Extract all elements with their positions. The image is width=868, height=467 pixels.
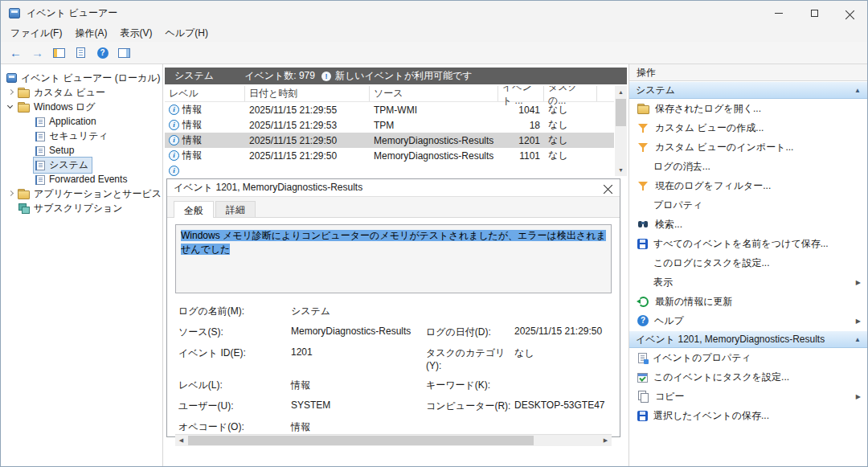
submenu-arrow-icon: ▶ <box>856 279 861 286</box>
chevron-right-icon[interactable] <box>6 189 15 199</box>
action-label: ログの消去... <box>653 160 710 174</box>
log-summary-bar: システム イベント数: 979 ! 新しいイベントが利用可能です <box>165 68 627 84</box>
tree-item-apps-services-logs[interactable]: アプリケーションとサービス ログ <box>1 186 162 201</box>
column-header-level[interactable]: レベル <box>165 86 245 101</box>
tree-item-setup[interactable]: Setup <box>1 143 162 158</box>
field-value: MemoryDiagnostics-Results <box>291 326 426 339</box>
field-label: コンピューター(R): <box>426 399 514 413</box>
preview-title: イベント 1201, MemoryDiagnostics-Results <box>174 181 362 195</box>
actions-section-event[interactable]: イベント 1201, MemoryDiagnostics-Results ▲ <box>629 330 867 348</box>
save-icon <box>637 239 648 249</box>
actions-title: 操作 <box>629 64 867 81</box>
tree-item-label: Windows ログ <box>34 100 96 114</box>
tree-item-subscriptions[interactable]: サブスクリプション <box>1 201 162 215</box>
cell-event-id: 18 <box>498 120 544 131</box>
column-header-datetime[interactable]: 日付と時刻 <box>245 86 370 101</box>
action-attach-task-to-event[interactable]: このイベントにタスクを設定... <box>629 367 867 387</box>
blank-icon <box>637 161 648 172</box>
event-description-box[interactable]: Windows メモリ診断によりコンピューターのメモリがテストされましたが、エラ… <box>175 224 612 293</box>
refresh-icon <box>637 296 649 307</box>
info-level-icon <box>169 135 179 145</box>
action-clear-log[interactable]: ログの消去... <box>629 157 867 176</box>
help-button[interactable] <box>92 43 113 63</box>
table-row-partial[interactable] <box>165 163 614 176</box>
filter-create-icon <box>637 122 649 133</box>
tree-item-windows-logs[interactable]: Windows ログ <box>1 100 162 114</box>
scroll-down-icon[interactable]: ▼ <box>615 164 627 176</box>
actions-section-system[interactable]: システム ▲ <box>629 81 867 99</box>
minimize-button[interactable] <box>761 1 796 25</box>
chevron-down-icon[interactable] <box>6 102 15 112</box>
field-label: イベント ID(E): <box>178 346 291 371</box>
action-properties[interactable]: プロパティ <box>629 195 867 215</box>
tab-general[interactable]: 全般 <box>174 201 214 218</box>
help-icon <box>97 47 108 59</box>
tree-item-forwarded-events[interactable]: Forwarded Events <box>1 172 162 186</box>
field-value: 情報 <box>291 420 426 434</box>
action-filter-current-log[interactable]: 現在のログをフィルター... <box>629 176 867 195</box>
action-event-properties[interactable]: イベントのプロパティ <box>629 348 867 367</box>
action-save-selected-events[interactable]: 選択したイベントの保存... <box>629 406 867 425</box>
column-header-event-id[interactable]: イベント ... <box>498 86 544 101</box>
back-button[interactable]: ← <box>6 43 26 63</box>
titlebar[interactable]: イベント ビューアー <box>1 1 867 25</box>
cell-source: TPM-WMI <box>370 104 498 116</box>
info-level-icon <box>169 104 179 115</box>
blank-icon <box>637 257 648 268</box>
action-copy[interactable]: コピー ▶ <box>629 387 867 406</box>
cell-level: 情報 <box>182 133 202 147</box>
action-help[interactable]: ヘルプ ▶ <box>629 311 867 330</box>
table-row[interactable]: 情報 2025/11/15 21:29:53 TPM 18 なし <box>165 117 614 133</box>
tree-item-security[interactable]: セキュリティ <box>1 129 162 143</box>
scroll-right-icon[interactable]: ▶ <box>600 435 612 446</box>
action-attach-task-to-log[interactable]: このログにタスクを設定... <box>629 253 867 272</box>
table-row[interactable]: 情報 2025/11/15 21:29:55 TPM-WMI 1041 なし <box>165 102 614 117</box>
close-button[interactable] <box>832 1 867 25</box>
folder-icon <box>18 101 30 113</box>
tab-details[interactable]: 詳細 <box>215 201 256 217</box>
menu-help[interactable]: ヘルプ(H) <box>158 25 215 42</box>
event-table-header: レベル 日付と時刻 ソース イベント ... タスクの... <box>165 86 614 102</box>
maximize-button[interactable] <box>796 1 832 25</box>
action-open-saved-log[interactable]: 保存されたログを開く... <box>629 99 867 118</box>
table-row[interactable]: 情報 2025/11/15 21:29:50 MemoryDiagnostics… <box>165 148 614 163</box>
horizontal-scrollbar[interactable]: ◀ ▶ <box>175 434 612 446</box>
action-import-custom-view[interactable]: カスタム ビューのインポート... <box>629 137 867 157</box>
field-value: DESKTOP-53GTE47 <box>514 399 610 413</box>
field-label: ソース(S): <box>178 326 291 339</box>
collapse-arrow-icon[interactable]: ▲ <box>854 336 861 343</box>
tree-item-application[interactable]: Application <box>1 114 162 129</box>
show-console-tree-button[interactable] <box>49 43 69 63</box>
menu-action[interactable]: 操作(A) <box>68 25 113 42</box>
event-preview-pane: イベント 1201, MemoryDiagnostics-Results 全般 … <box>166 178 620 437</box>
show-action-pane-button[interactable] <box>114 43 134 63</box>
collapse-arrow-icon[interactable]: ▲ <box>854 87 861 94</box>
action-refresh[interactable]: 最新の情報に更新 <box>629 292 867 311</box>
export-list-button[interactable] <box>71 43 91 63</box>
scroll-up-icon[interactable]: ▲ <box>615 86 627 98</box>
close-preview-icon[interactable] <box>604 183 613 193</box>
chevron-right-icon[interactable] <box>6 88 15 97</box>
column-header-task-category[interactable]: タスクの... <box>544 86 597 101</box>
action-find[interactable]: 検索... <box>629 215 867 234</box>
vertical-scrollbar[interactable]: ▲ ▼ <box>615 86 627 176</box>
forward-button[interactable]: → <box>27 43 47 63</box>
menu-file[interactable]: ファイル(F) <box>4 25 68 42</box>
scroll-left-icon[interactable]: ◀ <box>175 435 187 446</box>
menu-view[interactable]: 表示(V) <box>113 25 158 42</box>
column-header-source[interactable]: ソース <box>370 86 498 101</box>
action-save-all-events-as[interactable]: すべてのイベントを名前をつけて保存... <box>629 234 867 253</box>
close-icon <box>845 9 854 18</box>
action-label: 最新の情報に更新 <box>655 295 733 309</box>
table-row-selected[interactable]: 情報 2025/11/15 21:29:50 MemoryDiagnostics… <box>165 133 614 148</box>
tree-item-custom-views[interactable]: カスタム ビュー <box>1 85 162 100</box>
cell-task: なし <box>544 133 597 147</box>
maximize-icon <box>811 10 818 17</box>
tree-item-root[interactable]: イベント ビューアー (ローカル) <box>1 71 162 85</box>
scrollbar-thumb[interactable] <box>616 99 626 126</box>
scrollbar-thumb[interactable] <box>188 436 534 445</box>
action-create-custom-view[interactable]: カスタム ビューの作成... <box>629 118 867 137</box>
action-view[interactable]: 表示 ▶ <box>629 272 867 292</box>
tree-item-system[interactable]: システム <box>1 158 162 172</box>
console-tree-panel: イベント ビューアー (ローカル) カスタム ビュー Windows ログ Ap… <box>1 64 163 466</box>
